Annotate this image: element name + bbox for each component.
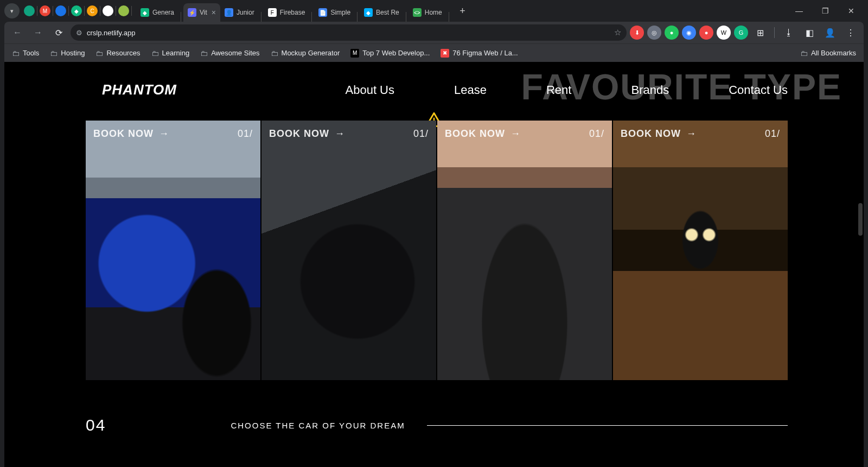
page-viewport: FAVOURITE TYPE PHANTOM About UsLeaseRent… (4, 62, 864, 467)
car-card[interactable]: BOOK NOW→01/ (261, 121, 436, 380)
bookmark-label: Awesome Sites (211, 49, 259, 57)
toolbar-separator (774, 27, 775, 38)
car-card[interactable]: BOOK NOW→01/ (613, 121, 788, 380)
tab-separator (449, 12, 449, 22)
scrollbar-thumb[interactable] (858, 203, 863, 236)
tab-favicon: 👤 (225, 8, 233, 17)
tab-favicon: ◆ (364, 8, 373, 17)
folder-icon: 🗀 (800, 49, 808, 58)
all-bookmarks-button[interactable]: 🗀 All Bookmarks (796, 47, 860, 60)
nav-link[interactable]: Brands (631, 83, 669, 97)
tab-favicon: ◆ (141, 8, 149, 17)
address-bar[interactable]: ⚙ crslp.netlify.app ☆ (71, 24, 627, 41)
chrome-menu-button[interactable]: ⋮ (842, 24, 859, 41)
site-info-icon[interactable]: ⚙ (76, 29, 82, 37)
extension-icon[interactable]: ● (665, 26, 679, 40)
tab-search-button[interactable]: ▾ (4, 3, 20, 18)
pinned-tab[interactable]: C (87, 5, 98, 16)
window-minimize-button[interactable]: — (787, 2, 812, 20)
new-tab-button[interactable]: + (455, 3, 470, 18)
nav-reload-button[interactable]: ⟳ (50, 24, 67, 41)
card-index: 01/ (765, 128, 780, 140)
card-index: 01/ (238, 128, 253, 140)
browser-tab[interactable]: ◆Genera (136, 3, 178, 22)
window-close-button[interactable]: ✕ (839, 2, 864, 20)
tab-favicon: F (268, 8, 277, 17)
nav-link[interactable]: Contact Us (729, 83, 788, 97)
browser-tab[interactable]: <>Home (409, 3, 446, 22)
book-now-button[interactable]: BOOK NOW→ (621, 128, 697, 140)
car-card[interactable]: BOOK NOW→01/ (437, 121, 612, 380)
folder-icon: 🗀 (200, 49, 208, 58)
nav-back-button[interactable]: ← (9, 24, 26, 41)
tab-close-icon[interactable]: × (212, 8, 216, 17)
bookmark-item[interactable]: 🗀Resources (91, 47, 144, 60)
tab-label: Vit (200, 9, 207, 16)
bookmark-item[interactable]: 🗀Learning (147, 47, 194, 60)
tab-separator (53, 6, 53, 16)
book-now-button[interactable]: BOOK NOW→ (269, 128, 345, 140)
browser-tab[interactable]: FFirebase (264, 3, 310, 22)
pinned-tab[interactable] (118, 5, 129, 16)
nav-link[interactable]: Rent (546, 83, 571, 97)
book-now-label: BOOK NOW (93, 128, 154, 140)
browser-tab[interactable]: 👤Junior (220, 3, 259, 22)
browser-tab[interactable]: 📄Simple (314, 3, 355, 22)
window-maximize-button[interactable]: ❐ (813, 2, 838, 20)
bookmark-item[interactable]: MTop 7 Web Develop... (346, 47, 434, 60)
tab-separator (311, 12, 312, 22)
bookmark-item[interactable]: 🗀Awesome Sites (196, 47, 264, 60)
side-panel-button[interactable]: ◧ (801, 24, 818, 41)
book-now-label: BOOK NOW (621, 128, 681, 140)
extensions-button[interactable]: ⊞ (751, 24, 769, 41)
pinned-tab[interactable]: ◆ (71, 5, 82, 16)
bookmark-label: Tools (23, 49, 39, 57)
extension-icon[interactable]: ◉ (682, 26, 696, 40)
bookmark-label: 76 Figma Web / La... (452, 49, 518, 57)
bookmark-item[interactable]: 🗀Tools (8, 47, 43, 60)
browser-tab[interactable]: ▶02 - W (451, 3, 453, 22)
bookmark-item[interactable]: 🗀Hosting (46, 47, 89, 60)
folder-icon: 🗀 (271, 49, 278, 58)
footer-divider (427, 425, 788, 426)
downloads-button[interactable]: ⭳ (780, 24, 797, 41)
browser-tab[interactable]: ⚡Vit× (183, 3, 220, 22)
bookmark-item[interactable]: 🗀Mockup Generator (266, 47, 344, 60)
car-card[interactable]: BOOK NOW→01/ (86, 121, 260, 380)
bookmark-star-icon[interactable]: ☆ (614, 28, 621, 37)
tab-label: Home (425, 9, 442, 16)
tab-favicon: <> (413, 8, 422, 17)
tab-label: Firebase (280, 9, 305, 16)
tab-strip: ◆Genera⚡Vit×👤JuniorFFirebase📄Simple◆Best… (134, 0, 453, 22)
tab-separator (406, 12, 406, 22)
extension-icon[interactable]: ● (699, 26, 713, 40)
extension-icon[interactable]: ⬇ (630, 26, 644, 40)
book-now-button[interactable]: BOOK NOW→ (93, 128, 169, 140)
browser-titlebar: ▾ M◆C◯ ◆Genera⚡Vit×👤JuniorFFirebase📄Simp… (0, 0, 868, 22)
pinned-tab[interactable] (24, 5, 35, 16)
tab-separator (100, 6, 100, 16)
extension-icon[interactable]: ◎ (647, 26, 661, 40)
bookmark-label: Learning (162, 49, 190, 57)
nav-forward-button[interactable]: → (29, 24, 47, 41)
bookmark-item[interactable]: ✖76 Figma Web / La... (436, 47, 522, 60)
site-logo[interactable]: PHANTOM (102, 81, 177, 98)
car-image (437, 121, 612, 380)
profile-avatar-button[interactable]: 👤 (821, 24, 839, 41)
bookmark-label: Resources (106, 49, 140, 57)
pinned-tab[interactable]: M (40, 5, 50, 16)
bookmark-favicon: M (350, 49, 359, 58)
pinned-tab[interactable]: ◯ (103, 5, 113, 16)
nav-link[interactable]: Lease (454, 83, 487, 97)
card-header: BOOK NOW→01/ (445, 128, 604, 140)
book-now-button[interactable]: BOOK NOW→ (445, 128, 521, 140)
bookmarks-bar: 🗀Tools🗀Hosting🗀Resources🗀Learning🗀Awesom… (4, 43, 864, 62)
arrow-right-icon: → (335, 128, 345, 140)
browser-tab[interactable]: ◆Best Re (360, 3, 404, 22)
nav-link[interactable]: About Us (346, 83, 395, 97)
section-footer: 04 CHOOSE THE CAR OF YOUR DREAM (86, 416, 788, 434)
tab-separator (84, 6, 85, 16)
extension-icon[interactable]: W (717, 26, 731, 40)
pinned-tab[interactable] (55, 5, 66, 16)
extension-icon[interactable]: G (734, 26, 748, 40)
